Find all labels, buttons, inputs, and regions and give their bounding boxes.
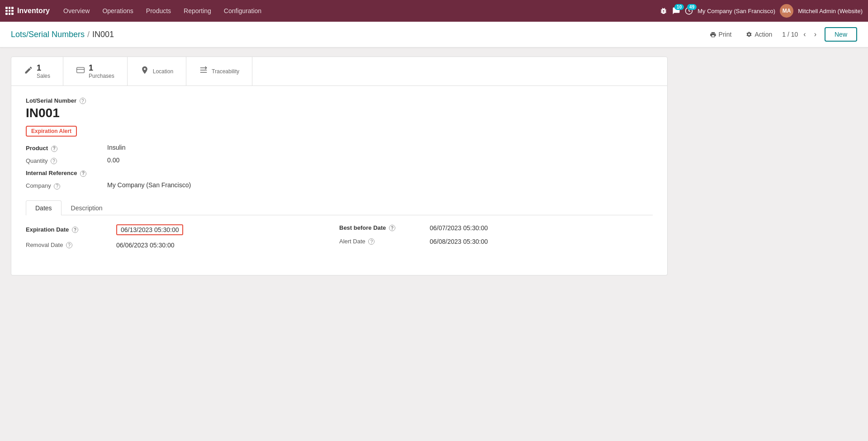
- expiration-date-help-icon[interactable]: ?: [72, 227, 78, 233]
- dates-right-col: Best before Date ? 06/07/2023 05:30:00 A…: [339, 224, 653, 255]
- best-before-date-value: 06/07/2023 05:30:00: [430, 224, 488, 232]
- svg-rect-1: [77, 67, 85, 73]
- alert-date-value: 06/08/2023 05:30:00: [430, 238, 488, 245]
- expiration-date-label: Expiration Date ?: [26, 226, 116, 233]
- sales-btn-text: 1 Sales: [37, 63, 50, 79]
- purchases-btn-text: 1 Purchases: [89, 63, 114, 79]
- expiration-date-value: 06/13/2023 05:30:00: [116, 224, 183, 235]
- product-value: Insulin: [107, 144, 125, 151]
- main-content: 1 Sales 1 Purchases Location: [0, 47, 678, 285]
- best-before-date-label: Best before Date ?: [339, 224, 430, 232]
- prev-page-button[interactable]: ‹: [801, 29, 808, 39]
- action-label: Action: [754, 31, 772, 38]
- lot-serial-label-row: Lot/Serial Number ?: [26, 97, 653, 104]
- smart-buttons-bar: 1 Sales 1 Purchases Location: [11, 57, 668, 86]
- print-button[interactable]: Print: [705, 28, 736, 41]
- brand[interactable]: Inventory: [5, 7, 50, 15]
- traceability-icon: [199, 66, 208, 77]
- sales-count: 1: [37, 63, 50, 73]
- breadcrumb-current: IN001: [92, 30, 114, 39]
- breadcrumb-parent[interactable]: Lots/Serial Numbers: [11, 30, 85, 39]
- internal-reference-label: Internal Reference ?: [26, 169, 107, 177]
- best-before-date-help-icon[interactable]: ?: [389, 225, 395, 231]
- location-label: Location: [153, 68, 173, 75]
- company-value: My Company (San Francisco): [107, 181, 191, 189]
- activity-icon-btn[interactable]: 49: [685, 7, 693, 15]
- nav-operations[interactable]: Operations: [96, 5, 139, 17]
- tab-dates[interactable]: Dates: [26, 200, 62, 215]
- expiration-alert-badge[interactable]: Expiration Alert: [26, 126, 77, 137]
- purchases-icon: [76, 66, 85, 77]
- quantity-value: 0.00: [107, 156, 119, 164]
- expiration-date-row: Expiration Date ? 06/13/2023 05:30:00: [26, 224, 339, 235]
- removal-date-value: 06/06/2023 05:30:00: [116, 242, 174, 249]
- dates-left-col: Expiration Date ? 06/13/2023 05:30:00 Re…: [26, 224, 339, 255]
- product-row: Product ? Insulin: [26, 144, 653, 152]
- pagination-text: 1 / 10: [782, 31, 798, 38]
- breadcrumb-actions: Print Action 1 / 10 ‹ › New: [705, 27, 857, 42]
- nav-overview[interactable]: Overview: [57, 5, 96, 17]
- tab-content-dates: Expiration Date ? 06/13/2023 05:30:00 Re…: [26, 215, 653, 264]
- internal-reference-help-icon[interactable]: ?: [80, 171, 86, 177]
- messages-badge: 10: [674, 4, 684, 10]
- best-before-date-row: Best before Date ? 06/07/2023 05:30:00: [339, 224, 653, 232]
- user-name: Mitchell Admin (Website): [798, 8, 863, 14]
- tab-description[interactable]: Description: [62, 200, 112, 215]
- location-icon: [140, 66, 149, 77]
- alert-date-row: Alert Date ? 06/08/2023 05:30:00: [339, 238, 653, 245]
- alert-date-help-icon[interactable]: ?: [368, 238, 375, 245]
- company-label: Company ?: [26, 181, 107, 190]
- dates-grid: Expiration Date ? 06/13/2023 05:30:00 Re…: [26, 224, 653, 255]
- action-button[interactable]: Action: [741, 28, 777, 41]
- alert-date-label: Alert Date ?: [339, 238, 430, 245]
- bug-icon-btn[interactable]: [659, 7, 668, 15]
- navbar: Inventory Overview Operations Products R…: [0, 0, 868, 22]
- quantity-label: Quantity ?: [26, 156, 107, 165]
- activity-badge: 49: [687, 4, 697, 10]
- smart-btn-spacer: [252, 57, 667, 85]
- breadcrumb-separator: /: [87, 30, 90, 39]
- lot-serial-help-icon[interactable]: ?: [80, 98, 86, 104]
- internal-reference-row: Internal Reference ?: [26, 169, 653, 177]
- smart-btn-location[interactable]: Location: [128, 57, 186, 85]
- product-help-icon[interactable]: ?: [51, 146, 57, 152]
- sales-label: Sales: [37, 73, 50, 79]
- nav-reporting[interactable]: Reporting: [177, 5, 218, 17]
- traceability-label: Traceability: [212, 68, 239, 75]
- nav-products[interactable]: Products: [140, 5, 177, 17]
- sales-icon: [24, 66, 33, 77]
- user-avatar[interactable]: MA: [780, 4, 793, 18]
- product-label: Product ?: [26, 144, 107, 152]
- purchases-label: Purchases: [89, 73, 114, 79]
- grid-icon: [5, 7, 14, 15]
- record-title: IN001: [26, 106, 653, 120]
- lot-serial-label: Lot/Serial Number: [26, 97, 76, 104]
- messages-icon-btn[interactable]: 10: [672, 7, 680, 15]
- quantity-row: Quantity ? 0.00: [26, 156, 653, 165]
- removal-date-label: Removal Date ?: [26, 242, 116, 249]
- next-page-button[interactable]: ›: [811, 29, 819, 39]
- company-row: Company ? My Company (San Francisco): [26, 181, 653, 190]
- breadcrumb-bar: Lots/Serial Numbers / IN001 Print Action…: [0, 22, 868, 47]
- removal-date-help-icon[interactable]: ?: [66, 242, 72, 248]
- company-help-icon[interactable]: ?: [54, 183, 60, 190]
- company-name: My Company (San Francisco): [697, 8, 775, 14]
- removal-date-row: Removal Date ? 06/06/2023 05:30:00: [26, 242, 339, 249]
- smart-btn-traceability[interactable]: Traceability: [186, 57, 252, 85]
- brand-label: Inventory: [17, 7, 50, 15]
- nav-configuration[interactable]: Configuration: [218, 5, 268, 17]
- nav-right: 10 49 My Company (San Francisco) MA Mitc…: [659, 4, 863, 18]
- quantity-help-icon[interactable]: ?: [51, 158, 57, 164]
- new-button[interactable]: New: [825, 27, 857, 42]
- location-btn-text: Location: [153, 68, 173, 75]
- tabs-bar: Dates Description: [26, 200, 653, 215]
- print-label: Print: [719, 31, 732, 38]
- nav-items: Overview Operations Products Reporting C…: [57, 5, 659, 17]
- purchases-count: 1: [89, 63, 114, 73]
- form-card: Lot/Serial Number ? IN001 Expiration Ale…: [11, 86, 668, 275]
- traceability-btn-text: Traceability: [212, 68, 239, 75]
- smart-btn-sales[interactable]: 1 Sales: [11, 57, 63, 85]
- breadcrumb: Lots/Serial Numbers / IN001: [11, 30, 114, 39]
- pagination: 1 / 10 ‹ ›: [782, 29, 819, 39]
- smart-btn-purchases[interactable]: 1 Purchases: [63, 57, 128, 85]
